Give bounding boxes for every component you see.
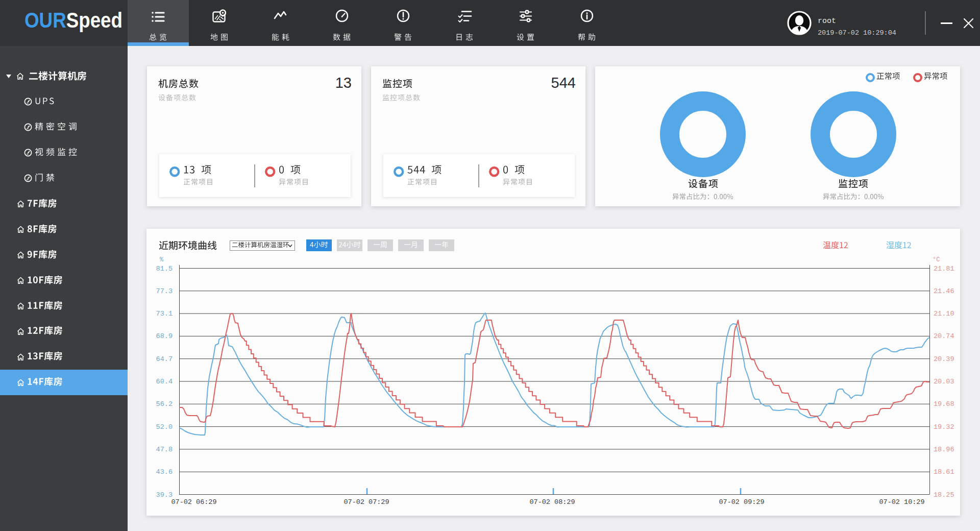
- svg-text:18.61: 18.61: [934, 468, 954, 476]
- svg-text:19.68: 19.68: [934, 400, 954, 408]
- svg-text:20.03: 20.03: [934, 378, 954, 385]
- svg-text:73.1: 73.1: [156, 310, 173, 318]
- svg-text:07-02 06:29: 07-02 06:29: [171, 498, 216, 506]
- svg-text:21.81: 21.81: [934, 265, 954, 273]
- svg-text:77.3: 77.3: [156, 287, 173, 295]
- svg-text:52.0: 52.0: [156, 423, 173, 431]
- svg-text:39.3: 39.3: [156, 491, 173, 499]
- svg-text:21.10: 21.10: [934, 310, 954, 318]
- svg-text:21.46: 21.46: [934, 287, 954, 295]
- svg-text:56.2: 56.2: [156, 400, 173, 408]
- svg-text:%: %: [160, 256, 164, 263]
- svg-text:07-02 09:29: 07-02 09:29: [719, 498, 764, 506]
- svg-text:07-02 10:29: 07-02 10:29: [879, 498, 924, 506]
- svg-text:64.7: 64.7: [156, 355, 173, 363]
- svg-text:43.6: 43.6: [156, 468, 173, 476]
- svg-text:20.39: 20.39: [934, 355, 954, 363]
- svg-text:81.5: 81.5: [156, 265, 173, 273]
- svg-text:68.9: 68.9: [156, 332, 173, 340]
- svg-text:47.8: 47.8: [156, 446, 173, 453]
- svg-text:°C: °C: [933, 256, 940, 263]
- svg-text:18.96: 18.96: [934, 446, 954, 453]
- svg-text:18.25: 18.25: [934, 491, 954, 499]
- svg-text:19.32: 19.32: [934, 423, 954, 431]
- svg-text:20.74: 20.74: [934, 332, 954, 340]
- svg-text:07-02 07:29: 07-02 07:29: [344, 498, 389, 506]
- svg-text:60.4: 60.4: [156, 378, 173, 385]
- svg-text:07-02 08:29: 07-02 08:29: [529, 498, 575, 506]
